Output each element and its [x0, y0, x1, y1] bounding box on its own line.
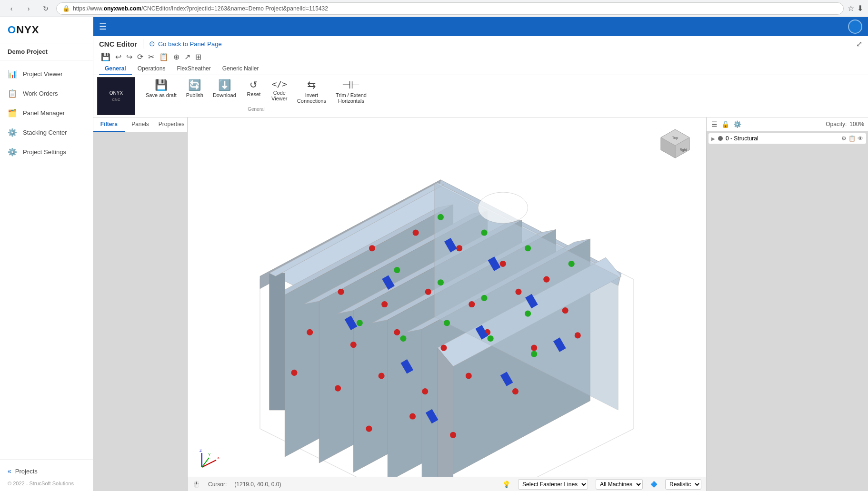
back-to-panel-link[interactable]: ⊙ Go back to Panel Page: [149, 39, 222, 48]
layer-visibility-icon[interactable]: 👁: [858, 135, 863, 142]
svg-point-62: [438, 279, 444, 285]
toolbar-icon-3[interactable]: ↪: [124, 51, 134, 62]
layer-copy-icon[interactable]: 📋: [848, 135, 856, 142]
svg-point-69: [531, 351, 537, 357]
reset-button[interactable]: ↺ Reset: [242, 77, 266, 106]
toolbar-icon-7[interactable]: ⊕: [171, 51, 181, 62]
ribbon: ONYXCNC 💾 Save as draft 🔄 Publish ⬇️ Dow…: [93, 75, 868, 118]
address-bar[interactable]: 🔒 https://www.onyxweb.com/CNCEditor/Inde…: [56, 2, 844, 15]
svg-point-20: [369, 245, 375, 251]
download-button[interactable]: ⬇️ Download: [209, 77, 240, 106]
svg-point-27: [425, 289, 431, 295]
tab-generic-nailer[interactable]: Generic Nailer: [217, 63, 265, 75]
header-right: 👤: [848, 20, 862, 34]
lock-icon[interactable]: 🔒: [720, 119, 730, 129]
logo-o: O: [8, 24, 16, 36]
download-label: Download: [213, 92, 236, 98]
opacity-label: Opacity:: [826, 121, 847, 128]
settings-panel-icon[interactable]: ⚙️: [732, 119, 742, 129]
tab-filters[interactable]: Filters: [93, 118, 125, 132]
sidebar-logo: ONYX: [0, 17, 93, 43]
viewport-cube[interactable]: Top Rght: [658, 127, 692, 160]
layer-item-structural[interactable]: ▶ 0 - Structural ⚙ 📋 👁: [708, 133, 866, 144]
svg-point-63: [481, 295, 487, 301]
cursor-icon: 🖱️: [192, 481, 200, 488]
svg-point-61: [394, 267, 400, 273]
user-avatar[interactable]: 👤: [848, 20, 862, 34]
projects-link[interactable]: « Projects: [8, 464, 85, 478]
right-panel-header: ☰ 🔒 ⚙️ Opacity: 100%: [707, 118, 868, 131]
toolbar-icon-8[interactable]: ↗: [182, 51, 192, 62]
toolbar-icon-2[interactable]: ↩: [113, 51, 123, 62]
reset-icon: ↺: [249, 79, 258, 90]
right-panel-icons: ☰ 🔒 ⚙️: [710, 119, 742, 129]
back-button[interactable]: ‹: [5, 2, 18, 15]
toolbar-icon-5[interactable]: ✂: [146, 51, 156, 62]
ribbon-group-general: 💾 Save as draft 🔄 Publish ⬇️ Download ↺ …: [141, 77, 375, 113]
tab-general[interactable]: General: [99, 63, 132, 75]
tab-operations[interactable]: Operations: [132, 63, 171, 75]
sidebar-item-project-settings[interactable]: ⚙️ Project Settings: [0, 142, 93, 162]
viewport-axes: X Y Z: [197, 448, 221, 472]
tab-properties[interactable]: Properties: [156, 118, 187, 132]
toolbar-icon-4[interactable]: ⟳: [135, 51, 145, 62]
cursor-value: (1219.0, 40.0, 0.0): [234, 481, 281, 488]
toolbar-icon-6[interactable]: 📋: [157, 51, 170, 62]
invert-connections-label: InvertConnections: [297, 92, 326, 104]
svg-point-58: [481, 230, 487, 236]
machines-select[interactable]: All Machines: [596, 479, 643, 490]
right-panel: ☰ 🔒 ⚙️ Opacity: 100% ▶ 0 - Structural: [706, 118, 868, 491]
svg-point-46: [450, 432, 456, 438]
back-link-text: Go back to Panel Page: [158, 40, 222, 48]
fastener-lines-select[interactable]: Select Fastener Lines: [518, 479, 588, 490]
svg-point-24: [543, 276, 549, 283]
layer-settings-icon[interactable]: ⚙: [841, 135, 847, 142]
svg-text:Top: Top: [672, 136, 678, 140]
svg-point-45: [409, 413, 416, 419]
view-mode-select[interactable]: Realistic: [665, 479, 701, 490]
svg-point-21: [413, 230, 419, 236]
logo-nyx: NYX: [16, 24, 39, 36]
svg-point-65: [357, 320, 363, 326]
hamburger-button[interactable]: ☰: [99, 21, 107, 32]
sidebar-item-label: Project Settings: [23, 148, 66, 156]
projects-label: Projects: [15, 468, 38, 475]
save-draft-button[interactable]: 💾 Save as draft: [142, 77, 180, 106]
refresh-button[interactable]: ↻: [39, 2, 52, 15]
toolbar-icon-1[interactable]: 💾: [99, 51, 112, 62]
sidebar-item-label: Work Orders: [23, 90, 58, 97]
forward-button[interactable]: ›: [22, 2, 35, 15]
sidebar-item-panel-manager[interactable]: 🗂️ Panel Manager: [0, 103, 93, 123]
trim-extend-button[interactable]: ⊣⊢ Trim / ExtendHorizontals: [332, 77, 370, 106]
sidebar-item-work-orders[interactable]: 📋 Work Orders: [0, 84, 93, 103]
layer-label: 0 - Structural: [726, 135, 758, 142]
toolbar-icons-row: 💾 ↩ ↪ ⟳ ✂ 📋 ⊕ ↗ ⊞: [99, 50, 862, 63]
nav-cube-svg: Top Rght: [658, 127, 692, 160]
code-viewer-button[interactable]: </> CodeViewer: [268, 77, 291, 106]
svg-point-59: [525, 245, 531, 251]
invert-connections-icon: ⇆: [307, 79, 316, 91]
publish-button[interactable]: 🔄 Publish: [182, 77, 207, 106]
invert-connections-button[interactable]: ⇆ InvertConnections: [293, 77, 330, 106]
layers-icon[interactable]: ☰: [710, 119, 718, 129]
toolbar-icon-9[interactable]: ⊞: [193, 51, 203, 62]
svg-point-66: [400, 335, 406, 342]
svg-point-34: [440, 345, 447, 351]
svg-point-22: [456, 245, 462, 251]
right-panel-body: ▶ 0 - Structural ⚙ 📋 👁: [707, 131, 868, 491]
title-divider: [143, 39, 143, 49]
sidebar-item-stacking-center[interactable]: ⚙️ Stacking Center: [0, 123, 93, 142]
sidebar-item-project-viewer[interactable]: 📊 Project Viewer: [0, 64, 93, 84]
tab-panels[interactable]: Panels: [125, 118, 156, 132]
save-draft-icon: 💾: [155, 79, 168, 91]
axes-svg: X Y Z: [197, 448, 221, 472]
expand-icon[interactable]: ⤢: [856, 39, 862, 49]
download-browser-icon[interactable]: ⬇: [857, 4, 863, 13]
tab-flexsheather[interactable]: FlexSheather: [171, 63, 216, 75]
svg-text:Y: Y: [208, 452, 211, 457]
bookmark-icon[interactable]: ☆: [848, 4, 854, 13]
viewport[interactable]: Top Rght X Y Z: [188, 118, 706, 491]
opacity-control: Opacity: 100%: [826, 121, 864, 128]
trim-extend-label: Trim / ExtendHorizontals: [336, 92, 367, 104]
sidebar-nav: 📊 Project Viewer 📋 Work Orders 🗂️ Panel …: [0, 60, 93, 459]
